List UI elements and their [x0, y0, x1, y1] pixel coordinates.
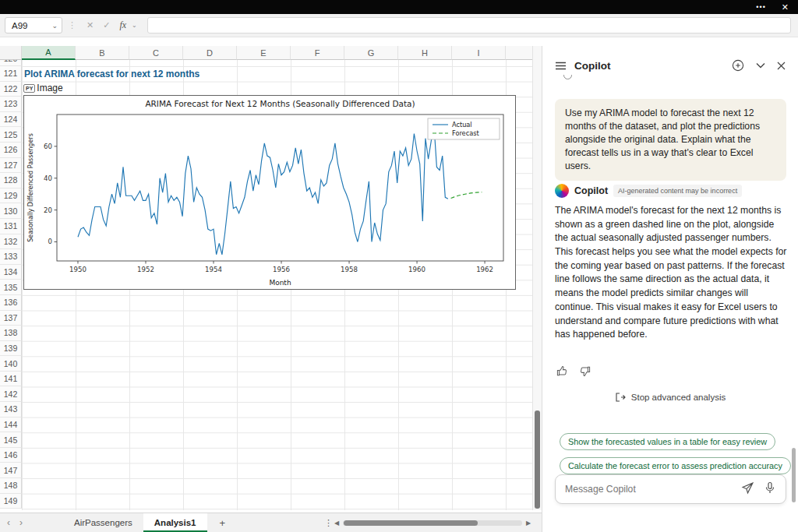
hscroll-left-icon[interactable]: ◀ [334, 520, 339, 527]
row-header-140[interactable]: 140 [0, 356, 22, 372]
row-header-142[interactable]: 142 [0, 386, 22, 402]
row-header-129[interactable]: 129 [0, 188, 22, 204]
suggestion-chip-forecast-error[interactable]: Calculate the forecast error to assess p… [560, 457, 791, 474]
sheet-nav-left-icon[interactable]: ‹ [7, 517, 10, 528]
copilot-pane-scrollbar-thumb[interactable] [792, 448, 796, 502]
collapse-pane-chevron-down-icon[interactable] [756, 62, 765, 69]
row-header-126[interactable]: 126 [0, 143, 22, 158]
row-header-124[interactable]: 124 [0, 112, 22, 128]
python-py-icon: PY [23, 84, 35, 93]
user-message-bubble: Use my ARIMA model to forecast the next … [555, 99, 786, 181]
column-header-partial[interactable] [506, 46, 532, 60]
select-all-corner[interactable] [0, 46, 22, 60]
cell-a122-label: Image [37, 83, 62, 93]
add-sheet-button[interactable]: + [207, 513, 238, 532]
stop-advanced-analysis-icon [615, 393, 626, 402]
formula-enter-icon[interactable]: ✓ [103, 20, 110, 30]
svg-text:60: 60 [44, 143, 52, 150]
column-header-a[interactable]: A [22, 46, 76, 60]
thumbs-up-icon[interactable] [556, 365, 568, 380]
copilot-pane: Copilot Use my ARIMA model to forecast t… [542, 46, 798, 532]
row-header-147[interactable]: 147 [0, 463, 22, 478]
grid-vertical-scrollbar[interactable] [532, 46, 542, 510]
grid-horizontal-scrollbar-thumb[interactable] [344, 520, 478, 526]
svg-text:40: 40 [44, 174, 52, 182]
close-pane-icon[interactable] [777, 62, 786, 70]
column-header-c[interactable]: C [129, 46, 183, 60]
microphone-icon[interactable] [764, 481, 776, 497]
sheet-options-kebab-icon[interactable]: ⋮ [324, 513, 333, 532]
copilot-input-placeholder: Message Copilot [565, 484, 732, 495]
grid-horizontal-scrollbar[interactable] [343, 520, 522, 526]
window-more-icon[interactable]: ••• [756, 3, 765, 11]
row-header-143[interactable]: 143 [0, 402, 22, 417]
column-header-g[interactable]: G [344, 46, 398, 60]
feedback-row [556, 365, 591, 380]
hscroll-right-icon[interactable]: ▶ [526, 520, 531, 527]
row-header-133[interactable]: 133 [0, 249, 22, 265]
row-header-121[interactable]: 121 [0, 66, 22, 82]
svg-text:ARIMA Forecast for Next 12 Mon: ARIMA Forecast for Next 12 Months (Seaso… [145, 99, 415, 108]
column-headers: ABCDEFGHI [0, 46, 532, 60]
sheet-tab-analysis1[interactable]: Analysis1 [143, 513, 207, 532]
cell-a121-heading[interactable]: Plot ARIMA forecast for next 12 months [24, 69, 200, 79]
sheet-tab-airpassengers[interactable]: AirPassengers [63, 513, 143, 532]
row-header-138[interactable]: 138 [0, 326, 22, 341]
ai-disclaimer-badge: AI-generated content may be incorrect [613, 185, 742, 197]
svg-text:1952: 1952 [137, 266, 154, 273]
arima-forecast-chart[interactable]: 19501952195419561958196019620204060ARIMA… [23, 95, 516, 290]
cell-a122[interactable]: PY Image [23, 83, 63, 93]
name-box-chevron-down-icon[interactable]: ⌄ [51, 22, 58, 30]
row-header-135[interactable]: 135 [0, 280, 22, 295]
row-header-125[interactable]: 125 [0, 127, 22, 143]
row-header-139[interactable]: 139 [0, 341, 22, 357]
grid-vertical-scrollbar-thumb[interactable] [535, 410, 540, 509]
row-header-123[interactable]: 123 [0, 97, 22, 112]
column-header-h[interactable]: H [398, 46, 452, 60]
copilot-author-name: Copilot [574, 185, 608, 196]
row-header-141[interactable]: 141 [0, 372, 22, 387]
row-header-132[interactable]: 132 [0, 234, 22, 250]
copilot-response-text: The ARIMA model's forecast for the next … [555, 204, 788, 342]
row-header-127[interactable]: 127 [0, 158, 22, 174]
formula-cancel-icon[interactable]: ✕ [87, 20, 94, 30]
row-header-134[interactable]: 134 [0, 265, 22, 280]
new-chat-icon[interactable] [732, 59, 744, 72]
row-header-136[interactable]: 136 [0, 295, 22, 311]
sheet-nav-right-icon[interactable]: › [19, 517, 23, 528]
column-header-b[interactable]: B [76, 46, 129, 60]
formula-bar-divider-icon: ⋮ [68, 20, 76, 30]
row-header-131[interactable]: 131 [0, 219, 22, 234]
svg-text:Forecast: Forecast [452, 129, 479, 137]
insert-function-icon[interactable]: fx [119, 19, 126, 31]
row-header-144[interactable]: 144 [0, 417, 22, 433]
row-header-145[interactable]: 145 [0, 432, 22, 448]
window-close-icon[interactable]: ✕ [782, 2, 789, 12]
row-header-128[interactable]: 128 [0, 173, 22, 188]
stop-advanced-analysis-button[interactable]: Stop advanced analysis [542, 393, 798, 402]
hamburger-menu-icon[interactable] [555, 61, 567, 71]
row-header-148[interactable]: 148 [0, 478, 22, 494]
svg-text:1960: 1960 [408, 266, 425, 273]
row-header-120[interactable]: 120 [0, 60, 22, 66]
suggestion-chip-forecast-table[interactable]: Show the forecasted values in a table fo… [560, 433, 775, 450]
row-header-130[interactable]: 130 [0, 203, 22, 219]
column-header-f[interactable]: F [291, 46, 344, 60]
row-header-149[interactable]: 149 [0, 494, 22, 509]
row-header-137[interactable]: 137 [0, 311, 22, 326]
column-header-i[interactable]: I [452, 46, 506, 60]
name-box[interactable]: A99 ⌄ [5, 17, 62, 33]
svg-text:Month: Month [269, 279, 291, 287]
formula-input[interactable] [147, 17, 791, 33]
column-header-e[interactable]: E [237, 46, 291, 60]
copilot-message-input[interactable]: Message Copilot [555, 474, 786, 504]
arima-chart-svg: 19501952195419561958196019620204060ARIMA… [24, 96, 515, 289]
send-message-icon[interactable] [741, 481, 754, 498]
formula-chevron-down-icon[interactable]: ⌄ [132, 22, 137, 29]
column-header-d[interactable]: D [183, 46, 237, 60]
thumbs-down-icon[interactable] [579, 365, 591, 380]
row-header-122[interactable]: 122 [0, 82, 22, 97]
row-header-146[interactable]: 146 [0, 448, 22, 463]
svg-text:0: 0 [48, 238, 52, 245]
svg-text:Seasonally Differenced Passeng: Seasonally Differenced Passengers [27, 133, 34, 242]
